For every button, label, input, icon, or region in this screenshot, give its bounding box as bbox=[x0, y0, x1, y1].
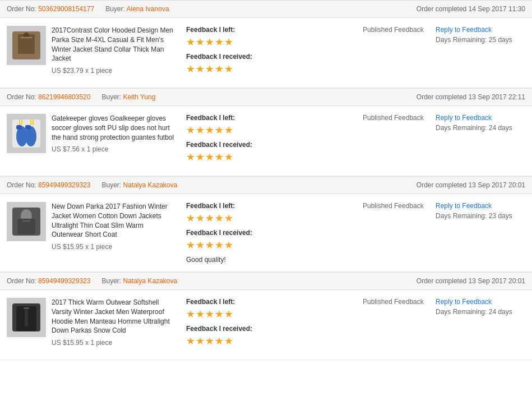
item-price: US $23.79 x 1 piece bbox=[52, 67, 175, 75]
order-number[interactable]: 85949499329323 bbox=[38, 277, 90, 285]
days-remaining: Days Remaining: 25 days bbox=[436, 36, 512, 44]
published-status: Published Feedback bbox=[363, 202, 424, 210]
buyer-name[interactable]: Natalya Kazakova bbox=[123, 181, 177, 189]
svg-rect-20 bbox=[25, 310, 28, 326]
order-completed: Order completed 14 Sep 2017 11:30 bbox=[417, 5, 525, 13]
order-completed: Order completed 13 Sep 2017 22:11 bbox=[417, 93, 525, 101]
buyer-name[interactable]: Alena Ivanova bbox=[127, 5, 169, 13]
product-image bbox=[7, 26, 46, 65]
feedback-received-label: Feedback I received: bbox=[186, 325, 351, 333]
reply-link[interactable]: Reply to Feedback bbox=[436, 26, 525, 34]
order-completed: Order completed 13 Sep 2017 20:01 bbox=[417, 277, 525, 285]
days-remaining: Days Remaining: 24 days bbox=[436, 124, 512, 132]
feedback-left-stars: ★★★★★ bbox=[186, 124, 351, 136]
item-title: 2017 Thick Warm Outwear Softshell Varsit… bbox=[52, 298, 175, 335]
reply-link[interactable]: Reply to Feedback bbox=[436, 298, 525, 306]
action-section[interactable]: Reply to Feedback Days Remaining: 24 day… bbox=[436, 298, 525, 316]
feedback-received-label: Feedback I received: bbox=[186, 141, 351, 149]
reply-link[interactable]: Reply to Feedback bbox=[436, 114, 525, 122]
days-remaining: Days Remaining: 24 days bbox=[436, 308, 512, 316]
item-title: Gatekeeper gloves Goalkeeper gloves socc… bbox=[52, 114, 175, 142]
action-section[interactable]: Reply to Feedback Days Remaining: 24 day… bbox=[436, 114, 525, 132]
order-label: Order No: bbox=[7, 93, 38, 101]
item-details: 2017 Thick Warm Outwear Softshell Varsit… bbox=[52, 298, 175, 347]
feedback-received-label: Feedback I received: bbox=[186, 53, 351, 61]
feedback-left-label: Feedback I left: bbox=[186, 26, 351, 34]
feedback-section: Feedback I left: ★★★★★ Feedback I receiv… bbox=[186, 298, 351, 352]
svg-rect-19 bbox=[24, 307, 29, 309]
product-image bbox=[7, 202, 46, 241]
item-details: Gatekeeper gloves Goalkeeper gloves socc… bbox=[52, 114, 175, 153]
feedback-received-stars: ★★★★★ bbox=[186, 63, 351, 75]
order-number[interactable]: 503629008154177 bbox=[38, 5, 94, 13]
feedback-received-label: Feedback I received: bbox=[186, 229, 351, 237]
product-image bbox=[7, 298, 46, 337]
feedback-left-stars: ★★★★★ bbox=[186, 212, 351, 224]
status-section: Published Feedback bbox=[363, 202, 430, 210]
feedback-section: Feedback I left: ★★★★★ Feedback I receiv… bbox=[186, 26, 351, 80]
order-label: Order No: bbox=[7, 181, 38, 189]
buyer-name[interactable]: Natalya Kazakova bbox=[123, 277, 177, 285]
buyer-name[interactable]: Keith Yung bbox=[123, 93, 155, 101]
order-number[interactable]: 86219946803520 bbox=[38, 93, 90, 101]
item-title: New Down Parka 2017 Fashion Winter Jacke… bbox=[52, 202, 175, 240]
status-section: Published Feedback bbox=[363, 298, 430, 306]
feedback-left-label: Feedback I left: bbox=[186, 202, 351, 210]
status-section: Published Feedback bbox=[363, 26, 430, 34]
feedback-received-stars: ★★★★★ bbox=[186, 335, 351, 347]
feedback-left-label: Feedback I left: bbox=[186, 298, 351, 306]
buyer-label: Buyer: bbox=[101, 277, 123, 285]
item-price: US $7.56 x 1 piece bbox=[52, 145, 175, 153]
published-status: Published Feedback bbox=[363, 114, 424, 122]
feedback-left-stars: ★★★★★ bbox=[186, 36, 351, 48]
published-status: Published Feedback bbox=[363, 298, 424, 306]
order-number[interactable]: 85949499329323 bbox=[38, 181, 90, 189]
svg-rect-8 bbox=[25, 125, 31, 130]
days-remaining: Days Remaining: 23 days bbox=[436, 212, 512, 220]
feedback-section: Feedback I left: ★★★★★ Feedback I receiv… bbox=[186, 202, 351, 264]
item-price: US $15.95 x 1 piece bbox=[52, 339, 175, 347]
item-details: 2017Contrast Color Hooded Design Men Par… bbox=[52, 26, 175, 75]
buyer-label: Buyer: bbox=[101, 93, 123, 101]
item-price: US $15.95 x 1 piece bbox=[52, 243, 175, 251]
item-details: New Down Parka 2017 Fashion Winter Jacke… bbox=[52, 202, 175, 251]
order-completed: Order completed 13 Sep 2017 20:01 bbox=[417, 181, 525, 189]
svg-rect-3 bbox=[21, 37, 32, 38]
svg-rect-16 bbox=[22, 220, 30, 222]
action-section[interactable]: Reply to Feedback Days Remaining: 25 day… bbox=[436, 26, 525, 44]
feedback-received-stars: ★★★★★ bbox=[186, 151, 351, 163]
order-label: Order No: bbox=[7, 5, 38, 13]
status-section: Published Feedback bbox=[363, 114, 430, 122]
order-label: Order No: bbox=[7, 277, 38, 285]
feedback-comment: Good quality! bbox=[186, 256, 351, 264]
feedback-received-stars: ★★★★★ bbox=[186, 239, 351, 251]
item-title: 2017Contrast Color Hooded Design Men Par… bbox=[52, 26, 175, 63]
action-section[interactable]: Reply to Feedback Days Remaining: 23 day… bbox=[436, 202, 525, 220]
svg-rect-7 bbox=[16, 125, 22, 130]
buyer-label: Buyer: bbox=[101, 181, 123, 189]
published-status: Published Feedback bbox=[363, 26, 424, 34]
product-image bbox=[7, 114, 46, 153]
feedback-left-stars: ★★★★★ bbox=[186, 308, 351, 320]
buyer-label: Buyer: bbox=[105, 5, 126, 13]
feedback-left-label: Feedback I left: bbox=[186, 114, 351, 122]
feedback-section: Feedback I left: ★★★★★ Feedback I receiv… bbox=[186, 114, 351, 168]
reply-link[interactable]: Reply to Feedback bbox=[436, 202, 525, 210]
